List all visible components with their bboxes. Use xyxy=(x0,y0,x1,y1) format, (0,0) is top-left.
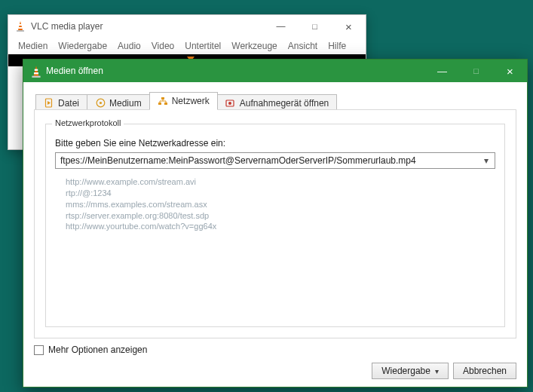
example-line: http://www.yourtube.com/watch?v=gg64x xyxy=(66,221,495,232)
tab-network-label: Netzwerk xyxy=(172,96,210,106)
svg-marker-9 xyxy=(47,101,51,105)
main-titlebar[interactable]: VLC media player — □ × xyxy=(8,15,366,38)
svg-rect-3 xyxy=(18,27,22,29)
main-menubar: Medien Wiedergabe Audio Video Untertitel… xyxy=(8,38,366,54)
svg-rect-7 xyxy=(34,72,38,74)
cancel-button-label: Abbrechen xyxy=(463,366,507,376)
svg-rect-12 xyxy=(161,97,164,100)
dialog-button-row: Wiedergabe ▾ Abbrechen xyxy=(34,363,516,379)
menu-werkzeuge[interactable]: Werkzeuge xyxy=(226,39,282,53)
svg-rect-13 xyxy=(158,103,161,105)
tab-network[interactable]: Netzwerk xyxy=(149,92,218,110)
play-button[interactable]: Wiedergabe ▾ xyxy=(372,363,449,379)
dialog-maximize-button[interactable]: □ xyxy=(459,60,493,82)
dialog-title: Medien öffnen xyxy=(46,66,103,76)
main-minimize-button[interactable]: — xyxy=(264,16,298,37)
network-icon xyxy=(158,96,168,106)
open-media-dialog: Medien öffnen — □ × Datei Medium xyxy=(23,59,528,387)
file-icon xyxy=(44,98,54,109)
more-options-label: Mehr Optionen anzeigen xyxy=(48,345,147,355)
dialog-tabs: Datei Medium Netzwerk Aufnahmegerät öffn… xyxy=(35,92,516,110)
dialog-titlebar[interactable]: Medien öffnen — □ × xyxy=(23,60,527,82)
more-options-row: Mehr Optionen anzeigen xyxy=(34,345,516,355)
tab-file[interactable]: Datei xyxy=(35,94,87,111)
network-protocol-group: Netzwerkprotokoll Bitte geben Sie eine N… xyxy=(45,124,505,327)
chevron-down-icon[interactable]: ▾ xyxy=(435,367,439,375)
url-prompt: Bitte geben Sie eine Netzwerkadresse ein… xyxy=(55,138,495,149)
menu-video[interactable]: Video xyxy=(146,39,179,53)
network-url-value: ftpes://MeinBenutzername:MeinPasswort@Se… xyxy=(60,155,416,166)
main-window-title: VLC media player xyxy=(31,21,103,32)
tab-disc-label: Medium xyxy=(109,98,142,109)
cancel-button[interactable]: Abbrechen xyxy=(453,363,516,379)
menu-wiedergabe[interactable]: Wiedergabe xyxy=(53,39,112,53)
menu-medien[interactable]: Medien xyxy=(13,39,53,53)
vlc-cone-icon xyxy=(14,20,26,32)
menu-hilfe[interactable]: Hilfe xyxy=(323,39,351,53)
svg-rect-14 xyxy=(164,103,167,105)
tab-file-label: Datei xyxy=(58,98,79,109)
svg-point-16 xyxy=(228,102,231,105)
example-line: rtsp://server.example.org:8080/test.sdp xyxy=(66,210,495,222)
svg-rect-1 xyxy=(17,30,24,32)
example-line: mms://mms.examples.com/stream.asx xyxy=(66,199,495,210)
more-options-checkbox[interactable] xyxy=(34,345,44,355)
vlc-cone-icon xyxy=(29,65,41,77)
menu-untertitel[interactable]: Untertitel xyxy=(179,39,226,53)
chevron-down-icon[interactable]: ▾ xyxy=(481,155,492,166)
svg-rect-5 xyxy=(32,76,40,78)
menu-audio[interactable]: Audio xyxy=(112,39,146,53)
example-line: http://www.example.com/stream.avi xyxy=(66,176,495,188)
tab-capture-label: Aufnahmegerät öffnen xyxy=(240,98,329,109)
tab-disc[interactable]: Medium xyxy=(87,94,150,111)
url-examples: http://www.example.com/stream.avi rtp://… xyxy=(66,176,495,232)
main-close-button[interactable]: × xyxy=(332,16,366,37)
disc-icon xyxy=(95,98,106,109)
svg-rect-2 xyxy=(19,24,22,26)
dialog-close-button[interactable]: × xyxy=(493,60,527,82)
example-line: rtp://@:1234 xyxy=(66,188,495,199)
group-legend: Netzwerkprotokoll xyxy=(52,118,124,127)
svg-point-11 xyxy=(99,102,101,104)
svg-rect-6 xyxy=(35,69,38,71)
tab-capture[interactable]: Aufnahmegerät öffnen xyxy=(217,94,338,111)
network-url-input[interactable]: ftpes://MeinBenutzername:MeinPasswort@Se… xyxy=(55,152,495,169)
play-button-label: Wiedergabe xyxy=(381,366,430,376)
main-maximize-button[interactable]: □ xyxy=(298,16,332,37)
tab-content: Netzwerkprotokoll Bitte geben Sie eine N… xyxy=(34,109,516,338)
capture-icon xyxy=(225,98,236,109)
dialog-minimize-button[interactable]: — xyxy=(425,60,459,82)
menu-ansicht[interactable]: Ansicht xyxy=(283,39,323,53)
